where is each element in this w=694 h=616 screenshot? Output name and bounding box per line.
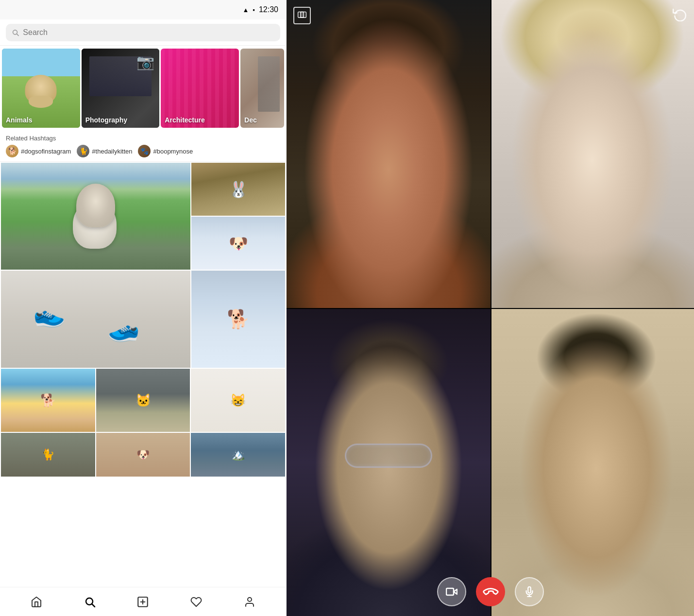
hashtag-text-2: #thedailykitten [92,148,132,155]
grid-cell-lake[interactable]: 🏔️ [191,433,285,477]
right-panel [287,0,694,616]
nav-add[interactable] [132,591,153,613]
category-card-architecture[interactable]: Architecture [161,49,239,128]
grid-row-3: 🐕 🐱 😸 [1,369,285,432]
grid-cell-dog-snow2[interactable]: 🐕 [191,271,285,368]
grid-cell-rabbit[interactable]: 🐰 [191,163,285,216]
battery-icon: ▪ [253,6,255,14]
category-label-animals: Animals [6,116,32,124]
category-label-dec: Dec [244,116,257,124]
grid-cell-dog-snow[interactable]: 🐶 [191,217,285,270]
status-bar: ▲ ▪ 12:30 [0,0,286,19]
video-cell-top-left [287,0,491,308]
hashtag-item-2[interactable]: 🐈 #thedailykitten [77,145,132,157]
category-card-photography[interactable]: 📷 Photography [82,49,160,128]
svg-rect-9 [301,12,304,18]
left-panel: ▲ ▪ 12:30 Animals 📷 Photography [0,0,287,616]
mic-toggle-button[interactable] [515,577,544,606]
video-icon [446,586,457,598]
search-icon [12,29,19,36]
hashtags-section: Related Hashtags 🐕 #dogsofinstagram 🐈 #t… [0,131,286,162]
screen-share-icon [297,11,307,20]
svg-rect-11 [446,588,454,595]
grid-cell-cat-bottom[interactable]: 🐈 [1,433,95,477]
hashtag-avatar-1: 🐕 [6,145,18,157]
svg-point-7 [248,598,252,601]
glasses-overlay [345,444,432,468]
video-cell-bottom-right [491,308,694,616]
screen-share-button[interactable] [293,7,311,24]
search-input-container[interactable] [6,24,280,41]
grid-divider-vertical [491,0,491,616]
hashtags-row: 🐕 #dogsofinstagram 🐈 #thedailykitten 🐾 #… [6,145,280,157]
grid-cell-dog-blanket[interactable]: 🐶 [96,433,190,477]
video-toggle-button[interactable] [437,577,466,606]
nav-likes[interactable] [186,591,207,613]
hashtag-item-3[interactable]: 🐾 #boopmynose [138,145,193,157]
search-input[interactable] [23,28,274,37]
video-cell-bottom-left [287,308,491,616]
flip-camera-button[interactable] [673,7,687,23]
category-card-animals[interactable]: Animals [2,49,80,128]
nav-search[interactable] [79,591,101,613]
svg-line-3 [92,604,95,607]
search-bar [0,19,286,46]
grid-row-4: 🐈 🐶 🏔️ [1,433,285,477]
svg-line-1 [17,34,19,35]
hashtag-item-1[interactable]: 🐕 #dogsofinstagram [6,145,71,157]
category-label-photography: Photography [85,116,127,124]
hashtag-text-3: #boopmynose [153,148,193,155]
nav-home[interactable] [26,591,47,613]
mic-icon [524,586,535,597]
flip-camera-icon [673,7,687,21]
category-card-dec[interactable]: Dec [240,49,284,128]
hashtag-text-1: #dogsofinstagram [21,148,71,155]
grid-cell-dog-leash[interactable]: 🐕 [1,369,95,432]
grid-row-1: 🐰 🐶 [1,163,285,270]
nav-profile[interactable] [239,591,260,613]
end-call-button[interactable] [476,577,505,606]
controls-bar [437,577,544,606]
hashtags-label: Related Hashtags [6,135,280,142]
category-label-architecture: Architecture [165,116,204,124]
grid-cell-cat-laptop[interactable]: 🐱 [96,369,190,432]
signal-icon: ▲ [242,6,249,14]
grid-cell-shoes[interactable]: 👟 👟 [1,271,190,368]
grid-row-2: 👟 👟 🐕 [1,271,285,368]
categories-row: Animals 📷 Photography Architecture Dec [0,46,286,131]
hashtag-avatar-3: 🐾 [138,145,151,157]
status-time: 12:30 [259,5,278,14]
bottom-nav [0,587,286,616]
end-call-icon [481,583,499,601]
video-cell-top-right [491,0,694,308]
grid-cell-cat-white[interactable]: 😸 [191,369,285,432]
photo-grid: 🐰 🐶 👟 👟 [0,162,286,587]
grid-cell-dog-running[interactable] [1,163,190,270]
hashtag-avatar-2: 🐈 [77,145,89,157]
